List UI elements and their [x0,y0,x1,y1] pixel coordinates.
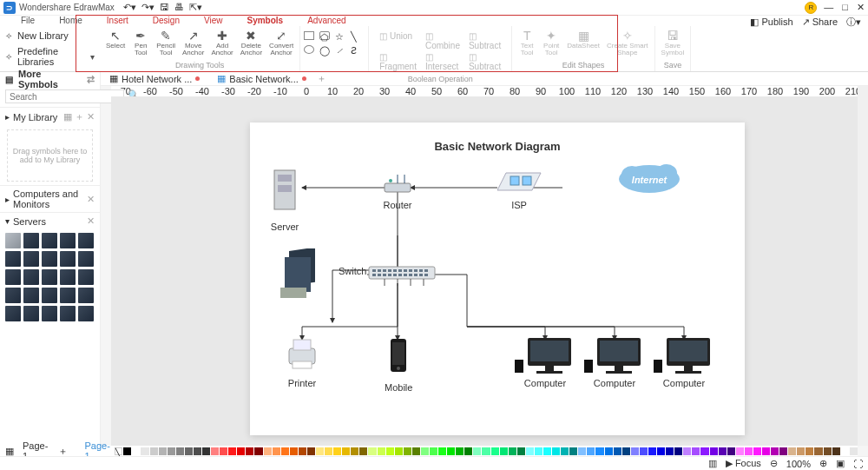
color-swatch[interactable] [246,447,253,455]
color-swatch[interactable] [211,447,219,455]
intersect-button[interactable]: ◫ Intersect [425,52,460,71]
color-swatch[interactable] [228,447,236,455]
combine-button[interactable]: ◫ Combine [425,31,460,50]
focus-button[interactable]: ▶ Focus [726,458,761,469]
color-swatch[interactable] [500,447,508,455]
color-swatch[interactable] [281,447,289,455]
predefine-libraries-button[interactable]: ✧ Predefine Libraries ▾ [5,43,95,70]
fragment-button[interactable]: ◫ Fragment [379,52,417,71]
color-swatch[interactable] [368,447,376,455]
color-swatch[interactable] [569,447,577,455]
color-swatch[interactable] [674,447,682,455]
servers-section[interactable]: ▾ Servers✕ [0,212,100,229]
color-palette[interactable]: ╲ [111,446,858,456]
menu-insert[interactable]: Insert [95,16,141,26]
undo-icon[interactable]: ↶▾ [123,2,136,13]
color-swatch[interactable] [464,447,472,455]
color-swatch[interactable] [386,447,394,455]
select-tool[interactable]: ↖Select [103,28,128,57]
color-swatch[interactable] [447,447,455,455]
color-swatch[interactable] [535,447,542,455]
color-swatch[interactable] [552,447,560,455]
server-shape[interactable] [78,306,94,321]
page[interactable]: Basic Network Diagram Server Router ISP … [250,122,745,435]
color-swatch[interactable] [123,447,131,455]
server-shape[interactable] [5,269,21,285]
color-swatch[interactable] [736,447,744,455]
more-symbols-header[interactable]: ▤ More Symbols⇄ [0,72,100,86]
text-tool[interactable]: TText Tool [516,28,538,57]
color-swatch[interactable] [342,447,350,455]
color-swatch[interactable] [509,447,516,455]
color-swatch[interactable] [141,447,148,455]
color-swatch[interactable] [351,447,358,455]
server-shapes-grid[interactable] [0,229,100,325]
menu-home[interactable]: Home [47,16,95,26]
color-swatch[interactable] [622,447,630,455]
move-anchor-tool[interactable]: ↗Move Anchor [180,28,207,57]
fullscreen-icon[interactable]: ⛶ [853,459,863,469]
color-swatch[interactable] [430,447,437,455]
color-swatch[interactable] [412,447,420,455]
color-swatch[interactable] [254,447,262,455]
node-computer-3[interactable]: Computer [654,335,714,388]
color-swatch[interactable] [578,447,586,455]
color-swatch[interactable] [220,447,227,455]
color-swatch[interactable] [595,447,603,455]
color-swatch[interactable] [132,447,140,455]
canvas[interactable]: Basic Network Diagram Server Router ISP … [111,96,858,446]
color-swatch[interactable] [832,447,840,455]
redo-icon[interactable]: ↷▾ [141,2,155,13]
subtract2-button[interactable]: ◫ Subtract [469,52,501,71]
color-swatch[interactable] [692,447,700,455]
node-storage[interactable] [276,248,328,302]
color-swatch[interactable] [648,447,656,455]
node-computer-2[interactable]: Computer [584,335,645,388]
maximize-icon[interactable]: □ [842,2,848,13]
node-internet[interactable]: Internet [615,157,684,198]
datasheet-button[interactable]: ▦DataSheet [564,28,602,57]
server-shape[interactable] [23,288,39,303]
computers-section[interactable]: ▸ Computers and Monitors✕ [0,185,100,212]
server-shape[interactable] [60,269,76,285]
color-swatch[interactable] [850,447,858,455]
color-swatch[interactable] [290,447,298,455]
server-shape[interactable] [60,233,76,248]
menu-symbols[interactable]: Symbols [234,16,295,26]
print-icon[interactable]: 🖶 [174,2,184,13]
my-library-section[interactable]: ▸ My Library▦ ＋ ✕ [0,107,100,126]
server-shape[interactable] [5,251,21,267]
add-anchor-tool[interactable]: ✚Add Anchor [208,28,235,57]
tab-hotel-network[interactable]: ▦ Hotel Network ... [102,73,207,84]
color-swatch[interactable] [762,447,770,455]
pages-icon[interactable]: ▦ [5,446,14,457]
color-swatch[interactable] [745,447,753,455]
color-swatch[interactable] [517,447,525,455]
pencil-tool[interactable]: ✎Pencil Tool [154,28,178,57]
zoom-out-button[interactable]: ⊖ [770,458,778,469]
server-shape[interactable] [78,269,94,285]
union-button[interactable]: ◫ Union [379,31,417,50]
user-avatar[interactable]: R [805,2,817,14]
server-shape[interactable] [42,251,57,267]
color-swatch[interactable] [159,447,167,455]
server-shape[interactable] [42,269,57,285]
color-swatch[interactable] [806,447,813,455]
color-swatch[interactable] [395,447,403,455]
save-icon[interactable]: 🖫 [160,2,169,13]
color-swatch[interactable] [176,447,184,455]
color-swatch[interactable] [333,447,341,455]
color-swatch[interactable] [404,447,411,455]
delete-anchor-tool[interactable]: ✖Delete Anchor [238,28,265,57]
color-swatch[interactable] [473,447,481,455]
layers-icon[interactable]: ▥ [708,458,717,469]
node-switch[interactable] [367,261,437,289]
tab-basic-network[interactable]: ▦ Basic Network... [210,73,312,84]
color-swatch[interactable] [640,447,648,455]
color-swatch[interactable] [814,447,822,455]
color-swatch[interactable] [700,447,708,455]
color-swatch[interactable] [456,447,464,455]
shape-grid[interactable]: ⬠☆╲ ◯⟋Ƨ [304,28,365,57]
fit-page-icon[interactable]: ▣ [836,458,845,469]
server-shape[interactable] [78,288,94,303]
